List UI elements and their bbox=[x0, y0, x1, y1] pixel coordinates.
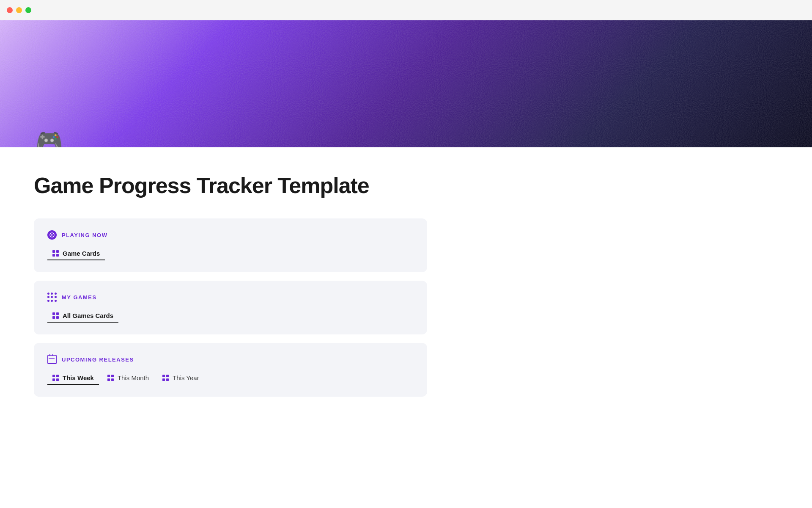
maximize-button[interactable] bbox=[25, 7, 31, 13]
tab-this-year[interactable]: This Year bbox=[157, 372, 204, 385]
tab-this-week[interactable]: This Week bbox=[47, 372, 99, 385]
tab-game-cards[interactable]: Game Cards bbox=[47, 247, 105, 260]
grid-icon-3 bbox=[52, 375, 59, 381]
hero-banner: 🎮 bbox=[0, 20, 812, 147]
section-title-upcoming-releases: UPCOMING RELEASES bbox=[62, 356, 134, 363]
tabs-playing-now: Game Cards bbox=[47, 247, 414, 260]
tab-all-games-cards[interactable]: All Games Cards bbox=[47, 309, 118, 323]
content-area: Game Progress Tracker Template PLAYING N… bbox=[0, 147, 592, 439]
grid-icon-2 bbox=[52, 312, 59, 319]
tab-this-month[interactable]: This Month bbox=[102, 372, 154, 385]
section-header-playing-now: PLAYING NOW bbox=[47, 230, 414, 240]
close-button[interactable] bbox=[7, 7, 13, 13]
tabs-my-games: All Games Cards bbox=[47, 309, 414, 323]
section-upcoming-releases: UPCOMING RELEASES This Week This Month T… bbox=[34, 343, 427, 397]
tabs-upcoming-releases: This Week This Month This Year bbox=[47, 372, 414, 385]
section-header-my-games: MY GAMES bbox=[47, 293, 414, 302]
section-my-games: MY GAMES All Games Cards bbox=[34, 281, 427, 334]
grid-icon-5 bbox=[162, 375, 169, 381]
my-games-icon bbox=[47, 293, 57, 302]
playing-now-icon bbox=[47, 230, 57, 240]
grid-icon bbox=[52, 250, 59, 257]
minimize-button[interactable] bbox=[16, 7, 22, 13]
section-title-my-games: MY GAMES bbox=[62, 294, 97, 301]
section-header-upcoming-releases: UPCOMING RELEASES bbox=[47, 355, 414, 364]
upcoming-releases-icon bbox=[47, 355, 57, 364]
titlebar bbox=[0, 0, 812, 20]
section-title-playing-now: PLAYING NOW bbox=[62, 232, 107, 238]
page-title: Game Progress Tracker Template bbox=[34, 173, 558, 198]
page-icon: 🎮 bbox=[34, 125, 64, 147]
section-playing-now: PLAYING NOW Game Cards bbox=[34, 218, 427, 272]
grid-icon-4 bbox=[107, 375, 114, 381]
